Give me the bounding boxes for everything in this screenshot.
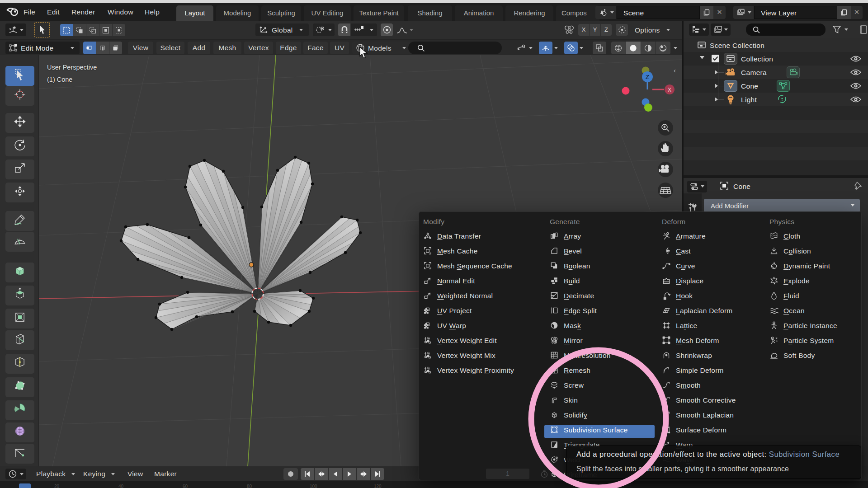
svg-text:Z: Z [646,74,649,80]
svg-text:X: X [668,87,671,93]
